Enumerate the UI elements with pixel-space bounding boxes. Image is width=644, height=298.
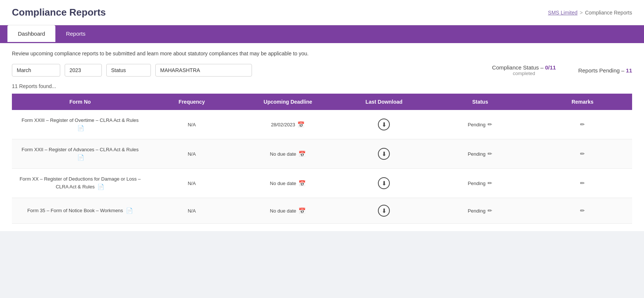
remarks-cell: ✏ (533, 110, 632, 139)
compliance-status-sub: completed (492, 71, 556, 76)
status-edit-icon[interactable]: ✏ (488, 121, 492, 128)
status-cell: Pending✏ (427, 198, 533, 224)
remarks-cell: ✏ (533, 198, 632, 224)
last-download-cell: ⬇ (341, 169, 428, 198)
breadcrumb-separator: > (580, 10, 583, 16)
tab-reports[interactable]: Reports (55, 25, 96, 43)
compliance-table: Form No Frequency Upcoming Deadline Last… (12, 94, 632, 224)
col-header-frequency: Frequency (148, 94, 235, 110)
frequency-cell: N/A (148, 169, 235, 198)
deadline-cell: No due date📅 (235, 169, 341, 198)
status-cell: Pending✏ (427, 139, 533, 169)
deadline-text: No due date (270, 151, 296, 157)
deadline-text: No due date (270, 181, 296, 186)
col-header-remarks: Remarks (533, 94, 632, 110)
status-edit-icon[interactable]: ✏ (488, 180, 492, 187)
page-header: Compliance Reports SMS Limited > Complia… (0, 0, 644, 25)
compliance-summary: Compliance Status – 0/11 completed Repor… (492, 64, 632, 76)
remarks-edit-icon[interactable]: ✏ (580, 207, 585, 214)
form-no-cell: Form XX – Register of Deductions for Dam… (12, 169, 148, 198)
last-download-cell: ⬇ (341, 110, 428, 139)
status-cell: Pending✏ (427, 110, 533, 139)
status-cell: Pending✏ (427, 169, 533, 198)
breadcrumb-company[interactable]: SMS Limited (548, 10, 577, 16)
table-row: Form 35 – Form of Notice Book – Workmens… (12, 198, 632, 224)
remarks-cell: ✏ (533, 139, 632, 169)
breadcrumb-current: Compliance Reports (585, 10, 632, 16)
compliance-value: 0/11 (545, 64, 556, 71)
month-filter[interactable]: March (12, 64, 60, 77)
description-text: Review upcoming compliance reports to be… (12, 51, 632, 56)
status-text: Pending (468, 122, 486, 127)
last-download-cell: ⬇ (341, 139, 428, 169)
table-row: Form XX – Register of Deductions for Dam… (12, 169, 632, 198)
status-edit-icon[interactable]: ✏ (488, 207, 492, 214)
reports-found: 11 Reports found... (12, 83, 632, 89)
tab-dashboard[interactable]: Dashboard (7, 25, 55, 43)
tab-bar: Dashboard Reports (0, 25, 644, 43)
col-header-form-no: Form No (12, 94, 148, 110)
filters-row: March 2023 Status MAHARASHTRA Compliance… (12, 64, 632, 77)
table-row: Form XXII – Register of Advances – CLRA … (12, 139, 632, 169)
deadline-text: No due date (270, 208, 296, 214)
download-button[interactable]: ⬇ (378, 177, 390, 189)
frequency-cell: N/A (148, 110, 235, 139)
compliance-status-label: Compliance Status – 0/11 (492, 64, 556, 71)
table-header-row: Form No Frequency Upcoming Deadline Last… (12, 94, 632, 110)
calendar-icon[interactable]: 📅 (298, 207, 306, 214)
last-download-cell: ⬇ (341, 198, 428, 224)
page-title: Compliance Reports (12, 7, 106, 18)
remarks-edit-icon[interactable]: ✏ (580, 180, 585, 186)
status-text: Pending (468, 208, 486, 214)
download-button[interactable]: ⬇ (378, 205, 390, 217)
status-edit-icon[interactable]: ✏ (488, 150, 492, 157)
form-no-cell: Form XXIII – Register of Overtime – CLRA… (12, 110, 148, 139)
download-button[interactable]: ⬇ (378, 148, 390, 160)
reports-pending-value: 11 (626, 67, 632, 74)
deadline-cell: No due date📅 (235, 198, 341, 224)
year-filter[interactable]: 2023 (65, 64, 102, 77)
remarks-edit-icon[interactable]: ✏ (580, 121, 585, 127)
status-filter[interactable]: Status (106, 64, 151, 77)
reports-pending-label: Reports Pending – 11 (578, 67, 632, 74)
file-icon: 📄 (97, 183, 104, 191)
col-header-deadline: Upcoming Deadline (235, 94, 341, 110)
remarks-edit-icon[interactable]: ✏ (580, 150, 585, 157)
main-content: Review upcoming compliance reports to be… (0, 43, 644, 231)
calendar-icon[interactable]: 📅 (298, 180, 306, 187)
compliance-status-block: Compliance Status – 0/11 completed (492, 64, 556, 76)
col-header-status: Status (427, 94, 533, 110)
calendar-icon[interactable]: 📅 (297, 121, 305, 128)
deadline-text: 28/02/2023 (271, 122, 295, 127)
calendar-icon[interactable]: 📅 (298, 150, 306, 158)
frequency-cell: N/A (148, 198, 235, 224)
remarks-cell: ✏ (533, 169, 632, 198)
table-row: Form XXIII – Register of Overtime – CLRA… (12, 110, 632, 139)
col-header-last-download: Last Download (341, 94, 428, 110)
deadline-cell: 28/02/2023📅 (235, 110, 341, 139)
file-icon: 📄 (77, 153, 84, 162)
file-icon: 📄 (126, 207, 133, 215)
file-icon: 📄 (77, 124, 84, 133)
form-no-cell: Form 35 – Form of Notice Book – Workmens… (12, 198, 148, 224)
form-no-cell: Form XXII – Register of Advances – CLRA … (12, 139, 148, 169)
deadline-cell: No due date📅 (235, 139, 341, 169)
state-filter[interactable]: MAHARASHTRA (155, 64, 252, 77)
status-text: Pending (468, 181, 486, 186)
status-text: Pending (468, 151, 486, 157)
breadcrumb: SMS Limited > Compliance Reports (548, 10, 632, 16)
frequency-cell: N/A (148, 139, 235, 169)
download-button[interactable]: ⬇ (378, 119, 390, 130)
